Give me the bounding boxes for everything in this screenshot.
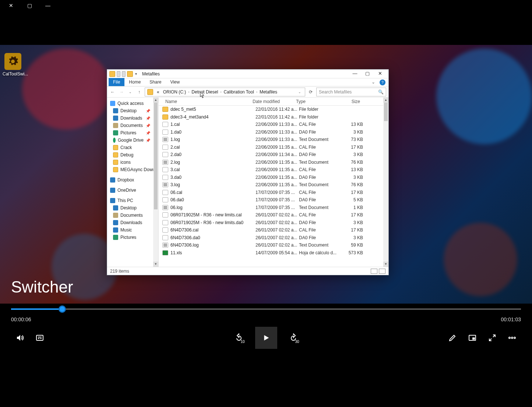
scroll-down-icon[interactable]: ▼ bbox=[153, 262, 158, 267]
file-row[interactable]: 06R0719025M - R36 - new limits.cal 26/01… bbox=[159, 211, 388, 219]
scroll-thumb[interactable] bbox=[154, 103, 158, 209]
col-name[interactable]: Name bbox=[159, 99, 253, 104]
view-details-button[interactable] bbox=[371, 269, 377, 274]
file-row[interactable]: 3.log 22/06/2009 11:35 a... Text Documen… bbox=[159, 181, 388, 189]
fullscreen-button[interactable] bbox=[487, 333, 497, 343]
breadcrumb-seg[interactable]: ORION (C:) bbox=[162, 89, 188, 95]
col-type[interactable]: Type bbox=[296, 99, 338, 104]
bg-decor bbox=[22, 49, 110, 130]
tab-file[interactable]: File bbox=[109, 78, 124, 86]
tab-view[interactable]: View bbox=[166, 78, 184, 86]
col-size[interactable]: Size bbox=[338, 99, 362, 104]
nav-item[interactable]: Debug bbox=[108, 151, 158, 159]
file-row[interactable]: 06.cal 17/07/2009 07:35 ... CAL File 17 … bbox=[159, 189, 388, 197]
qat-item[interactable] bbox=[117, 71, 120, 77]
scroll-up-icon[interactable]: ▲ bbox=[153, 98, 158, 103]
desktop-shortcut[interactable]: CalToolSwi... bbox=[3, 53, 23, 77]
scroll-thumb[interactable] bbox=[384, 103, 388, 121]
file-row[interactable]: 6N4D7306.da0 26/01/2007 02:02 a... DA0 F… bbox=[159, 234, 388, 242]
file-row[interactable]: 2.da0 22/06/2009 11:34 a... DA0 File 3 K… bbox=[159, 151, 388, 159]
nav-item[interactable]: Documents bbox=[108, 212, 158, 219]
qat-dropdown[interactable]: ▾ bbox=[134, 72, 138, 76]
file-row[interactable]: 06R0719025M - R36 - new limits.da0 26/01… bbox=[159, 219, 388, 227]
search-input[interactable]: Search Metafiles 🔍 bbox=[316, 88, 386, 96]
explorer-titlebar[interactable]: ▾ Metafiles — ▢ ✕ bbox=[107, 70, 388, 78]
volume-button[interactable] bbox=[15, 333, 25, 343]
nav-item[interactable]: Downloads📌 bbox=[108, 114, 158, 122]
scroll-down-icon[interactable]: ▼ bbox=[383, 262, 388, 267]
nav-item[interactable]: Desktop bbox=[108, 204, 158, 212]
file-type: DA0 File bbox=[299, 152, 341, 157]
nav-forward-button[interactable]: → bbox=[118, 89, 125, 95]
file-row[interactable]: 11.xls 14/07/2009 05:54 a... Hoja de cál… bbox=[159, 249, 388, 257]
file-row[interactable]: ddec3-4_met3and4 22/01/2016 11:42 a... F… bbox=[159, 113, 388, 121]
file-row[interactable]: 1.da0 22/06/2009 11:33 a... DA0 File 3 K… bbox=[159, 128, 388, 136]
breadcrumb-dropdown[interactable]: ⌄ bbox=[297, 90, 303, 94]
file-row[interactable]: 06.da0 17/07/2009 07:35 ... DA0 File 5 K… bbox=[159, 196, 388, 204]
nav-item[interactable]: Pictures bbox=[108, 234, 158, 241]
seek-thumb[interactable] bbox=[59, 305, 66, 313]
breadcrumb-seg[interactable]: Calibration Tool bbox=[222, 89, 256, 95]
qat-item[interactable] bbox=[122, 71, 126, 77]
file-size: 3 KB bbox=[341, 235, 365, 240]
col-date[interactable]: Date modified bbox=[253, 99, 296, 104]
file-row[interactable]: 3.cal 22/06/2009 11:35 a... CAL File 13 … bbox=[159, 166, 388, 174]
nav-recent-button[interactable]: ⌄ bbox=[127, 89, 134, 95]
file-row[interactable]: 6N4D7306.log 26/01/2007 02:02 a... Text … bbox=[159, 241, 388, 249]
view-icons-button[interactable] bbox=[379, 269, 385, 274]
file-type: DA0 File bbox=[299, 235, 341, 240]
tab-home[interactable]: Home bbox=[124, 78, 145, 86]
more-button[interactable] bbox=[507, 333, 517, 343]
time-elapsed: 00:00:06 bbox=[11, 316, 31, 322]
maximize-button[interactable]: ▢ bbox=[361, 70, 374, 78]
help-button[interactable]: ? bbox=[380, 79, 385, 85]
skip-back-button[interactable]: 10 bbox=[234, 333, 244, 343]
nav-item[interactable]: Downloads bbox=[108, 219, 158, 226]
nav-scrollbar[interactable]: ▲ ▼ bbox=[153, 98, 158, 267]
mini-view-button[interactable] bbox=[467, 333, 478, 343]
nav-onedrive[interactable]: OneDrive bbox=[108, 187, 158, 194]
app-maximize-button[interactable]: ▢ bbox=[26, 3, 33, 8]
file-row[interactable]: 3.da0 22/06/2009 11:35 a... DA0 File 3 K… bbox=[159, 174, 388, 181]
nav-item[interactable]: MEGAsync Down bbox=[108, 166, 158, 173]
file-row[interactable]: 2.cal 22/06/2009 11:35 a... CAL File 17 … bbox=[159, 144, 388, 151]
breadcrumb-seg[interactable]: Metafiles bbox=[258, 89, 279, 95]
seek-bar[interactable] bbox=[11, 304, 521, 314]
nav-this-pc[interactable]: This PC bbox=[108, 197, 158, 204]
nav-up-button[interactable]: ↑ bbox=[136, 89, 142, 95]
file-row[interactable]: ddec 5_met5 22/01/2016 11:42 a... File f… bbox=[159, 106, 388, 113]
file-row[interactable]: 2.log 22/06/2009 11:35 a... Text Documen… bbox=[159, 159, 388, 166]
file-row[interactable]: 06.log 17/07/2009 07:35 ... Text Documen… bbox=[159, 204, 388, 212]
close-button[interactable]: ✕ bbox=[374, 70, 386, 78]
nav-item[interactable]: Desktop📌 bbox=[108, 107, 158, 114]
file-date: 22/06/2009 11:35 a... bbox=[256, 182, 299, 187]
breadcrumb-prefix[interactable]: « bbox=[155, 89, 161, 95]
svg-rect-2 bbox=[472, 337, 475, 340]
nav-item[interactable]: Documents📌 bbox=[108, 122, 158, 129]
nav-item[interactable]: Google Drive📌 bbox=[108, 137, 158, 144]
minimize-button[interactable]: — bbox=[349, 70, 361, 78]
file-type: File folder bbox=[299, 114, 341, 120]
file-row[interactable]: 1.cal 22/06/2009 11:33 a... CAL File 13 … bbox=[159, 121, 388, 128]
breadcrumb[interactable]: « ORION (C:) › Detroit Diesel › Calibrat… bbox=[145, 88, 305, 96]
scroll-up-icon[interactable]: ▲ bbox=[383, 98, 388, 103]
file-row[interactable]: 1.log 22/06/2009 11:33 a... Text Documen… bbox=[159, 136, 388, 144]
nav-item[interactable]: Pictures📌 bbox=[108, 129, 158, 137]
nav-item[interactable]: Crack bbox=[108, 144, 158, 151]
subtitles-button[interactable] bbox=[35, 333, 45, 343]
nav-item[interactable]: Music bbox=[108, 226, 158, 234]
edit-button[interactable] bbox=[447, 333, 458, 343]
refresh-button[interactable]: ⟳ bbox=[307, 89, 314, 95]
play-button[interactable] bbox=[255, 327, 277, 349]
file-scrollbar[interactable]: ▲ ▼ bbox=[383, 98, 388, 267]
file-row[interactable]: 6N4D7306.cal 26/01/2007 02:02 a... CAL F… bbox=[159, 226, 388, 234]
nav-quick-access[interactable]: Quick access bbox=[108, 100, 158, 107]
app-minimize-button[interactable]: — bbox=[44, 3, 52, 8]
app-close-button[interactable]: ✕ bbox=[7, 3, 15, 8]
ribbon-expand-icon[interactable]: ⌄ bbox=[369, 78, 378, 86]
nav-dropbox[interactable]: Dropbox bbox=[108, 176, 158, 184]
tab-share[interactable]: Share bbox=[145, 78, 166, 86]
skip-forward-button[interactable]: 30 bbox=[288, 333, 299, 343]
nav-back-button[interactable]: ← bbox=[109, 89, 116, 95]
nav-item[interactable]: icons bbox=[108, 159, 158, 166]
